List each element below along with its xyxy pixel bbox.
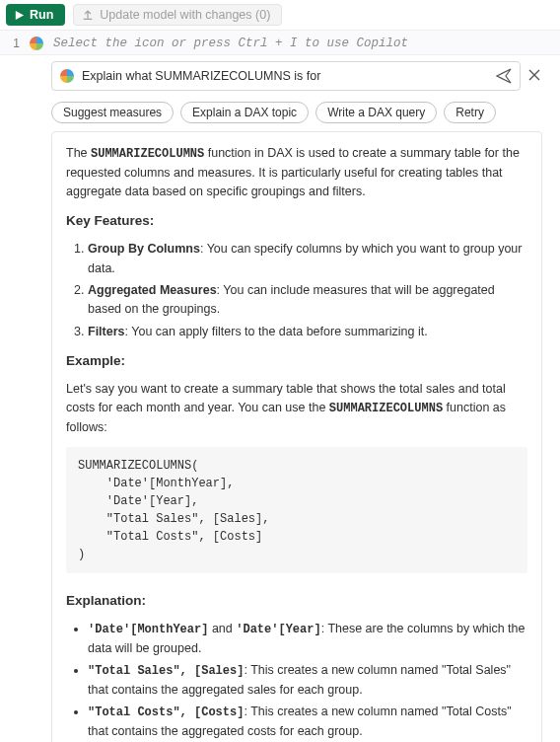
example-intro: Let's say you want to create a summary t… [66, 380, 527, 437]
list-item: Group By Columns: You can specify column… [88, 240, 527, 278]
chip-retry[interactable]: Retry [444, 102, 496, 123]
update-model-button: Update model with changes (0) [73, 4, 282, 26]
close-button[interactable] [526, 67, 542, 86]
copilot-input[interactable] [82, 69, 488, 83]
code-block: SUMMARIZECOLUMNS( 'Date'[MonthYear], 'Da… [66, 447, 527, 573]
update-label: Update model with changes (0) [100, 8, 270, 22]
copilot-input-container [51, 61, 521, 91]
heading-explanation: Explanation: [66, 591, 527, 612]
list-item: "Total Sales", [Sales]: This creates a n… [88, 661, 527, 700]
list-item: 'Date'[MonthYear] and 'Date'[Year]: Thes… [88, 620, 527, 658]
copilot-icon [60, 69, 74, 83]
code-editor-line[interactable]: 1 Select the icon or press Ctrl + I to u… [0, 30, 560, 55]
line-number: 1 [10, 37, 20, 50]
play-icon [14, 10, 25, 21]
editor-placeholder: Select the icon or press Ctrl + I to use… [53, 37, 408, 50]
suggestion-chips: Suggest measures Explain a DAX topic Wri… [51, 102, 542, 123]
chip-write-dax-query[interactable]: Write a DAX query [315, 102, 437, 123]
explanation-list: 'Date'[MonthYear] and 'Date'[Year]: Thes… [66, 620, 527, 741]
features-list: Group By Columns: You can specify column… [66, 240, 527, 341]
intro-paragraph: The SUMMARIZECOLUMNS function in DAX is … [66, 144, 527, 201]
heading-example: Example: [66, 351, 527, 372]
list-item: Aggregated Measures: You can include mea… [88, 281, 527, 320]
chip-suggest-measures[interactable]: Suggest measures [51, 102, 174, 123]
copilot-icon[interactable] [30, 37, 43, 50]
close-icon [526, 67, 542, 83]
run-button[interactable]: Run [6, 4, 65, 26]
list-item: Filters: You can apply filters to the da… [88, 323, 527, 341]
copilot-response: The SUMMARIZECOLUMNS function in DAX is … [51, 131, 542, 742]
send-icon[interactable] [496, 68, 512, 84]
list-item: "Total Costs", [Costs]: This creates a n… [88, 703, 527, 741]
upload-icon [82, 9, 94, 21]
heading-key-features: Key Features: [66, 211, 527, 232]
run-label: Run [30, 8, 53, 22]
chip-explain-dax-topic[interactable]: Explain a DAX topic [180, 102, 309, 123]
